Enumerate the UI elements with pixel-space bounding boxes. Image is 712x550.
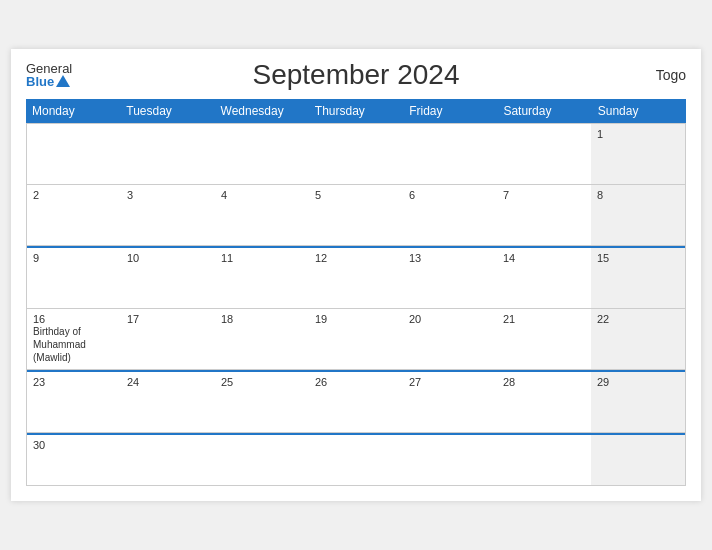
day-number: 28 <box>503 376 585 388</box>
calendar-cell-r5-c6 <box>591 435 685 485</box>
day-number: 25 <box>221 376 303 388</box>
calendar-cell-r1-c2: 4 <box>215 185 309 245</box>
day-number: 21 <box>503 313 585 325</box>
calendar-cell-r5-c5 <box>497 435 591 485</box>
event-text: Birthday of Muhammad (Mawlid) <box>33 326 86 363</box>
calendar-cell-r1-c1: 3 <box>121 185 215 245</box>
calendar-cell-r0-c6: 1 <box>591 124 685 184</box>
day-number: 1 <box>597 128 679 140</box>
day-number: 2 <box>33 189 115 201</box>
calendar-row-4: 23242526272829 <box>27 370 685 433</box>
calendar-cell-r0-c4 <box>403 124 497 184</box>
day-number: 11 <box>221 252 303 264</box>
day-number: 15 <box>597 252 679 264</box>
calendar-cell-r0-c2 <box>215 124 309 184</box>
calendar-cell-r4-c2: 25 <box>215 372 309 432</box>
calendar-cell-r2-c2: 11 <box>215 248 309 308</box>
day-number: 22 <box>597 313 679 325</box>
day-number: 10 <box>127 252 209 264</box>
calendar-row-3: 16Birthday of Muhammad (Mawlid)171819202… <box>27 309 685 370</box>
country-label: Togo <box>656 67 686 83</box>
calendar-cell-r2-c5: 14 <box>497 248 591 308</box>
logo-blue-text: Blue <box>26 75 72 88</box>
calendar-cell-r3-c1: 17 <box>121 309 215 369</box>
day-number: 17 <box>127 313 209 325</box>
day-number: 14 <box>503 252 585 264</box>
calendar-container: General Blue September 2024 Togo Monday … <box>11 49 701 501</box>
header-thursday: Thursday <box>309 99 403 123</box>
calendar-cell-r3-c5: 21 <box>497 309 591 369</box>
header-sunday: Sunday <box>592 99 686 123</box>
day-number: 16 <box>33 313 115 325</box>
day-number: 26 <box>315 376 397 388</box>
calendar-cell-r5-c1 <box>121 435 215 485</box>
calendar-cell-r3-c6: 22 <box>591 309 685 369</box>
calendar-cell-r1-c4: 6 <box>403 185 497 245</box>
day-number: 13 <box>409 252 491 264</box>
calendar-title: September 2024 <box>252 59 459 91</box>
day-number: 27 <box>409 376 491 388</box>
calendar-cell-r5-c2 <box>215 435 309 485</box>
day-number: 7 <box>503 189 585 201</box>
day-headers: Monday Tuesday Wednesday Thursday Friday… <box>26 99 686 123</box>
calendar-cell-r2-c6: 15 <box>591 248 685 308</box>
calendar-cell-r1-c0: 2 <box>27 185 121 245</box>
header-friday: Friday <box>403 99 497 123</box>
calendar-row-5: 30 <box>27 433 685 486</box>
calendar-cell-r4-c5: 28 <box>497 372 591 432</box>
calendar-header: General Blue September 2024 Togo <box>26 59 686 91</box>
day-number: 18 <box>221 313 303 325</box>
calendar-cell-r5-c3 <box>309 435 403 485</box>
calendar-cell-r2-c1: 10 <box>121 248 215 308</box>
calendar-row-0: 1 <box>27 123 685 185</box>
calendar-cell-r4-c3: 26 <box>309 372 403 432</box>
day-number: 3 <box>127 189 209 201</box>
calendar-cell-r1-c6: 8 <box>591 185 685 245</box>
day-number: 23 <box>33 376 115 388</box>
day-number: 5 <box>315 189 397 201</box>
calendar-cell-r5-c0: 30 <box>27 435 121 485</box>
calendar-cell-r1-c5: 7 <box>497 185 591 245</box>
day-number: 6 <box>409 189 491 201</box>
header-saturday: Saturday <box>497 99 591 123</box>
calendar-cell-r2-c0: 9 <box>27 248 121 308</box>
calendar-cell-r4-c4: 27 <box>403 372 497 432</box>
calendar-cell-r3-c0: 16Birthday of Muhammad (Mawlid) <box>27 309 121 369</box>
logo-triangle-icon <box>56 75 70 87</box>
calendar-cell-r4-c0: 23 <box>27 372 121 432</box>
calendar-cell-r3-c4: 20 <box>403 309 497 369</box>
calendar-cell-r3-c3: 19 <box>309 309 403 369</box>
calendar-cell-r2-c3: 12 <box>309 248 403 308</box>
day-number: 9 <box>33 252 115 264</box>
day-number: 20 <box>409 313 491 325</box>
day-number: 30 <box>33 439 115 451</box>
calendar-cell-r5-c4 <box>403 435 497 485</box>
calendar-cell-r3-c2: 18 <box>215 309 309 369</box>
day-number: 29 <box>597 376 679 388</box>
day-number: 8 <box>597 189 679 201</box>
calendar-cell-r0-c5 <box>497 124 591 184</box>
header-tuesday: Tuesday <box>120 99 214 123</box>
calendar-cell-r0-c1 <box>121 124 215 184</box>
calendar-grid: 12345678910111213141516Birthday of Muham… <box>26 123 686 486</box>
calendar-cell-r4-c6: 29 <box>591 372 685 432</box>
logo: General Blue <box>26 62 72 88</box>
calendar-cell-r4-c1: 24 <box>121 372 215 432</box>
day-number: 24 <box>127 376 209 388</box>
calendar-cell-r1-c3: 5 <box>309 185 403 245</box>
calendar-cell-r0-c0 <box>27 124 121 184</box>
calendar-cell-r0-c3 <box>309 124 403 184</box>
calendar-row-2: 9101112131415 <box>27 246 685 309</box>
day-number: 4 <box>221 189 303 201</box>
header-wednesday: Wednesday <box>215 99 309 123</box>
day-number: 12 <box>315 252 397 264</box>
header-monday: Monday <box>26 99 120 123</box>
calendar-cell-r2-c4: 13 <box>403 248 497 308</box>
calendar-row-1: 2345678 <box>27 185 685 246</box>
day-number: 19 <box>315 313 397 325</box>
